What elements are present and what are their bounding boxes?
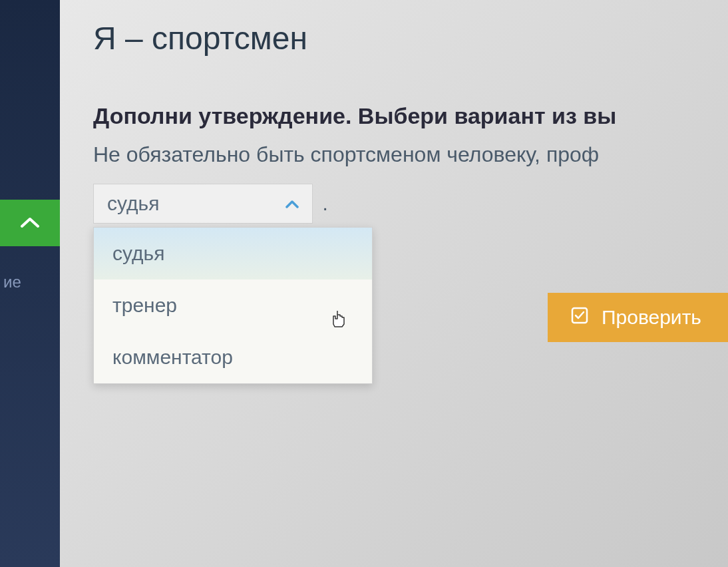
check-icon bbox=[571, 307, 588, 329]
sidebar: ие bbox=[0, 0, 60, 567]
dropdown-option[interactable]: судья bbox=[94, 228, 372, 280]
sidebar-partial-label: ие bbox=[3, 273, 21, 291]
dropdown-selected-value: судья bbox=[107, 192, 159, 215]
dropdown-option[interactable]: комментатор bbox=[94, 331, 372, 383]
chevron-up-icon bbox=[285, 194, 299, 213]
dropdown-option[interactable]: тренер bbox=[94, 280, 372, 331]
main-content: Я – спортсмен Дополни утверждение. Выбер… bbox=[60, 0, 728, 567]
check-button-label: Проверить bbox=[602, 306, 701, 329]
instruction-text: Не обязательно быть спортсменом человеку… bbox=[93, 142, 728, 167]
sidebar-expand-button[interactable] bbox=[0, 200, 60, 246]
instruction-heading: Дополни утверждение. Выбери вариант из в… bbox=[93, 103, 728, 129]
dropdown-select[interactable]: судья bbox=[93, 184, 313, 224]
dropdown-options-list: судья тренер комментатор bbox=[93, 227, 373, 384]
dropdown-container: судья судья тренер комментатор bbox=[93, 184, 313, 224]
check-button[interactable]: Проверить bbox=[548, 293, 728, 342]
page-title: Я – спортсмен bbox=[93, 20, 728, 57]
sentence-period: . bbox=[322, 184, 327, 224]
chevron-up-icon bbox=[21, 212, 39, 234]
